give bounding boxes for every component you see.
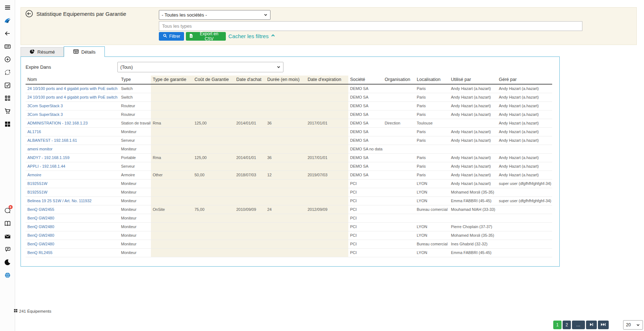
cell: PCI — [348, 188, 383, 197]
chat-notification-icon[interactable]: 8 — [4, 207, 12, 214]
equipment-name-link[interactable]: Belinea 19 25 S1W / Art. No. 111932 — [27, 199, 91, 203]
cell — [234, 110, 265, 119]
company-select[interactable]: - Toutes les sociétés - — [159, 10, 270, 20]
add-circle-icon[interactable] — [4, 55, 12, 63]
equipment-name-cell: ALBANTEST - 192.168.1.61 — [26, 136, 119, 145]
equipment-count-label: 241 Équipements — [19, 309, 52, 313]
cell: Andy Hazart (a.hazart) — [449, 136, 497, 145]
column-header: Utilisé par — [449, 76, 497, 84]
cell — [383, 145, 415, 154]
globe-icon[interactable] — [4, 271, 12, 279]
equipment-name-cell: AL1716 — [26, 128, 119, 136]
equipment-name-cell: ADMINISTRATION - 192.168.1.23 — [26, 119, 119, 128]
hide-filters-link[interactable]: Cacher les filtres — [228, 31, 276, 41]
cell: super user (dfgfhfhfghfghf-34) — [497, 197, 552, 205]
back-button[interactable] — [25, 10, 33, 18]
cell — [193, 240, 234, 249]
equipment-name-link[interactable]: BenQ GW2480 — [27, 242, 54, 246]
equipment-name-cell: ANDY7 - 192.168.1.159 — [26, 154, 119, 162]
cell — [383, 180, 415, 188]
table-row: B1925S1WMoniteurPCILYONMohamed Morsli (3… — [26, 188, 552, 197]
cell: Andy Hazart (a.hazart) — [497, 171, 552, 180]
cell — [234, 102, 265, 110]
dark-mode-moon-icon[interactable] — [4, 258, 12, 266]
menu-icon[interactable] — [4, 4, 12, 12]
equipment-name-link[interactable]: ameni monitor — [27, 147, 53, 151]
mail-icon[interactable] — [4, 232, 12, 240]
equipment-name-link[interactable]: ADMINISTRATION - 192.168.1.23 — [27, 121, 88, 125]
cell: OnSite — [151, 205, 193, 214]
apps-grid-icon[interactable] — [4, 120, 12, 128]
page-2-button[interactable]: 2 — [563, 321, 571, 329]
equipment-name-cell: 3Com SuperStack 3 — [26, 102, 119, 110]
equipment-name-link[interactable]: AL1716 — [27, 130, 41, 134]
cell: PCI — [348, 249, 383, 257]
cell — [234, 145, 265, 154]
types-input[interactable] — [159, 21, 582, 31]
ticket-icon[interactable] — [4, 42, 12, 50]
table-row: BenQ GW2480MoniteurPCI — [26, 214, 552, 223]
equipment-name-link[interactable]: Armoire — [27, 173, 41, 177]
cell — [306, 231, 348, 240]
cell: Routeur — [119, 102, 151, 110]
csv-file-icon — [189, 33, 193, 39]
equipment-name-link[interactable]: ALBANTEST - 192.168.1.61 — [27, 138, 77, 142]
chevron-down-icon — [264, 13, 268, 17]
cell — [383, 249, 415, 257]
cell: Andy Hazart (a.hazart) — [449, 180, 497, 188]
equipment-name-link[interactable]: BenQ RL2455 — [27, 250, 53, 255]
page-size-select[interactable]: 20 — [623, 320, 643, 330]
last-page-icon — [600, 322, 606, 328]
equipment-name-link[interactable]: BenQ GW2480 — [27, 233, 54, 237]
cell — [306, 249, 348, 257]
equipment-table-body: 24 10/100 ports and 4 gigabit ports with… — [26, 84, 552, 257]
equipment-name-link[interactable]: B1925S1W — [27, 181, 48, 186]
next-page-button[interactable] — [586, 321, 597, 329]
tab-resume[interactable]: Résumé — [21, 47, 64, 57]
equipment-name-link[interactable]: APPLI - 192.168.1.44 — [27, 164, 65, 168]
sync-icon[interactable] — [4, 68, 12, 76]
page-1-button[interactable]: 1 — [553, 321, 562, 329]
equipment-name-link[interactable]: BenQ GW2455 — [27, 207, 54, 212]
cell: Mohamed Morsli (35-35) — [449, 188, 497, 197]
equipment-name-link[interactable]: ANDY7 - 192.168.1.159 — [27, 155, 70, 160]
cell — [497, 205, 552, 214]
brand-logo[interactable] — [4, 17, 12, 24]
tab-details[interactable]: Détails — [64, 46, 105, 57]
filter-button[interactable]: Filtrer — [159, 32, 184, 41]
export-csv-button[interactable]: Export en CSV — [186, 32, 226, 41]
last-page-button[interactable] — [598, 321, 609, 329]
equipment-name-cell: BenQ RL2455 — [26, 249, 119, 257]
messages-icon[interactable] — [4, 245, 12, 253]
cell: Andy Hazart (a.hazart) — [497, 128, 552, 136]
cart-icon[interactable] — [4, 107, 12, 115]
expire-select[interactable]: (Tous) — [117, 62, 283, 72]
cell: PCI — [348, 205, 383, 214]
cell: 50,00 — [193, 171, 234, 180]
column-header: Organisation — [383, 76, 415, 84]
equipment-name-cell: APPLI - 192.168.1.44 — [26, 162, 119, 171]
equipment-name-link[interactable]: 24 10/100 ports and 4 gigabit ports with… — [27, 95, 117, 99]
back-icon[interactable] — [4, 30, 12, 37]
chat-badge: 8 — [9, 205, 13, 209]
table-row: ANDY7 - 192.168.1.159PortableRma125,0020… — [26, 154, 552, 162]
book-icon[interactable] — [4, 219, 12, 227]
cell — [265, 180, 306, 188]
cell — [234, 188, 265, 197]
equipment-name-link[interactable]: B1925S1W — [27, 190, 48, 194]
company-select-value: - Toutes les sociétés - — [162, 12, 207, 18]
page-ellipsis-button[interactable]: … — [572, 321, 585, 329]
task-check-icon[interactable] — [4, 81, 12, 89]
equipment-name-link[interactable]: 3Com SuperStack 3 — [27, 112, 63, 117]
cell — [151, 128, 193, 136]
equipment-name-link[interactable]: BenQ GW2480 — [27, 225, 54, 229]
equipment-name-link[interactable]: 24 10/100 ports and 4 gigabit ports with… — [27, 86, 117, 91]
equipment-name-link[interactable]: 3Com SuperStack 3 — [27, 104, 63, 108]
equipment-name-cell: 3Com SuperStack 3 — [26, 110, 119, 119]
table-row: Belinea 19 25 S1W / Art. No. 111932Monit… — [26, 197, 552, 205]
table-header-row: NomTypeType de garantieCoût de GarantieD… — [26, 76, 552, 84]
cell — [265, 84, 306, 93]
equipment-name-link[interactable]: BenQ GW2480 — [27, 216, 54, 220]
qr-code-icon[interactable] — [4, 94, 12, 102]
table-row: ADMINISTRATION - 192.168.1.23Station de … — [26, 119, 552, 128]
